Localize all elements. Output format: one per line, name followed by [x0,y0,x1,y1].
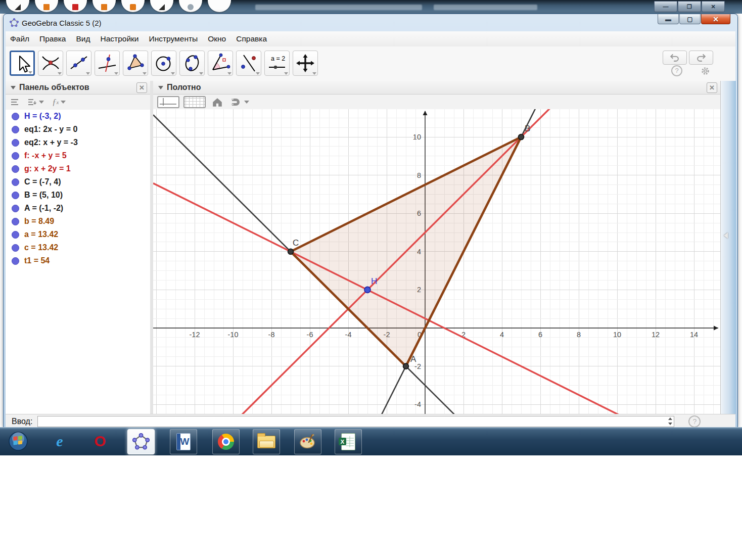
tool-line-button[interactable] [66,51,91,76]
tool-polygon-button[interactable] [123,51,148,76]
axes-toggle-button[interactable] [157,96,179,108]
algebra-item-5[interactable]: g: x + 2y = 1 [6,162,150,175]
menu-item-2[interactable]: Правка [34,31,71,46]
algebra-item-3[interactable]: eq2: x + y = -3 [6,136,150,149]
algebra-item-7[interactable]: B = (5, 10) [6,189,150,202]
menu-item-5[interactable]: Инструменты [144,31,203,46]
tool-slider-button[interactable]: a = 2 [264,51,290,76]
filter-fx-icon[interactable]: ƒx [52,97,66,107]
point-B[interactable] [519,134,524,140]
tool-options-caret-icon[interactable] [171,72,175,75]
point-A[interactable] [403,363,409,369]
background-restore-button[interactable]: ❐ [678,1,701,12]
tool-move-button[interactable] [10,51,35,76]
snap-to-grid-magnet-icon[interactable] [230,97,249,108]
command-input[interactable] [39,416,662,427]
algebra-item-4[interactable]: f: -x + y = 5 [6,149,150,162]
close-button[interactable]: ✕ [701,14,730,24]
tool-options-caret-icon[interactable] [28,71,32,74]
point-C[interactable] [288,249,294,254]
algebra-item-12[interactable]: t1 = 54 [6,254,150,267]
menu-item-3[interactable]: Вид [71,31,95,46]
algebra-item-1[interactable]: H = (-3, 2) [6,110,150,123]
tool-options-caret-icon[interactable] [143,72,147,75]
taskbar-internet-explorer-button[interactable]: e [47,429,73,453]
visibility-bullet-icon[interactable] [12,152,19,160]
point-H[interactable] [364,287,370,293]
settings-gear-icon[interactable] [699,65,711,77]
redo-button[interactable] [689,51,713,65]
background-tab[interactable] [92,0,116,12]
tool-options-caret-icon[interactable] [86,72,90,75]
tool-circle-button[interactable] [151,51,176,76]
visibility-bullet-icon[interactable] [12,218,19,225]
tool-options-caret-icon[interactable] [58,72,62,75]
panel-collapse-arrow-icon[interactable] [724,232,728,239]
menu-item-6[interactable]: Окно [203,31,231,46]
algebra-item-9[interactable]: b = 8.49 [6,215,150,228]
graphics-canvas[interactable]: -12-10-8-6-4-202468101214-4-2246810ABCH [153,109,720,414]
background-tab[interactable] [208,0,231,12]
background-tab[interactable] [6,0,29,12]
algebra-item-11[interactable]: c = 13.42 [6,241,150,254]
algebra-item-2[interactable]: eq1: 2x - y = 0 [6,123,150,136]
visibility-bullet-icon[interactable] [12,126,19,133]
background-tab[interactable] [64,0,87,12]
taskbar-paint-button[interactable] [294,429,321,454]
background-tab[interactable] [121,0,145,12]
background-tab[interactable] [35,0,58,12]
tool-angle-button[interactable] [208,51,233,76]
background-tab[interactable] [150,0,173,12]
tool-move-graphics-button[interactable] [293,51,318,76]
background-close-button[interactable]: ✕ [702,1,725,12]
background-minimize-button[interactable]: — [654,1,677,12]
visibility-bullet-icon[interactable] [12,178,19,186]
help-icon[interactable]: ? [671,65,683,77]
tool-point-intersect-button[interactable] [38,51,63,76]
menu-item-7[interactable]: Справка [231,31,272,46]
visibility-bullet-icon[interactable] [12,257,19,265]
input-history-spinner[interactable] [667,417,673,425]
auxiliary-objects-icon[interactable] [11,98,20,106]
sort-objects-icon[interactable] [28,98,44,106]
visibility-bullet-icon[interactable] [12,231,19,239]
visibility-bullet-icon[interactable] [12,139,19,147]
titlebar[interactable]: GeoGebra Classic 5 (2) [4,14,737,31]
taskbar-word-button[interactable]: W [170,429,197,454]
taskbar-excel-button[interactable]: X [335,429,362,454]
taskbar-chrome-button[interactable] [212,429,240,454]
home-icon[interactable] [212,97,223,107]
visibility-bullet-icon[interactable] [12,244,19,252]
tool-point-on-line-button[interactable] [236,51,261,76]
menu-item-1[interactable]: Файл [6,31,34,46]
tool-perpendicular-line-button[interactable] [95,51,120,76]
tool-options-caret-icon[interactable] [284,72,288,75]
taskbar-start-button[interactable] [4,430,32,452]
minimize-button[interactable]: ▬ [658,14,679,24]
algebra-item-6[interactable]: C = (-7, 4) [6,175,150,189]
visibility-bullet-icon[interactable] [12,113,19,120]
taskbar-opera-button[interactable]: O [87,429,113,453]
taskbar-geogebra-button[interactable] [127,429,155,454]
collapse-triangle-icon[interactable] [11,86,16,89]
tool-options-caret-icon[interactable] [227,72,231,75]
algebra-close-icon[interactable]: ✕ [136,82,147,93]
menu-item-4[interactable]: Настройки [96,31,144,46]
background-tab[interactable] [179,0,202,12]
tool-conic-button[interactable] [179,51,205,76]
grid-toggle-button[interactable] [183,96,206,108]
visibility-bullet-icon[interactable] [12,192,19,199]
tool-options-caret-icon[interactable] [256,72,260,75]
graphics-close-icon[interactable]: ✕ [707,82,717,93]
maximize-button[interactable]: ▢ [679,14,701,24]
tool-options-caret-icon[interactable] [312,72,316,75]
algebra-item-8[interactable]: A = (-1, -2) [6,202,150,215]
algebra-item-10[interactable]: a = 13.42 [6,228,150,241]
undo-button[interactable] [663,51,687,65]
collapse-triangle-icon[interactable] [158,86,163,89]
taskbar-explorer-button[interactable] [253,429,280,454]
visibility-bullet-icon[interactable] [12,205,19,212]
visibility-bullet-icon[interactable] [12,165,19,173]
tool-options-caret-icon[interactable] [199,72,203,75]
tool-options-caret-icon[interactable] [114,72,118,75]
